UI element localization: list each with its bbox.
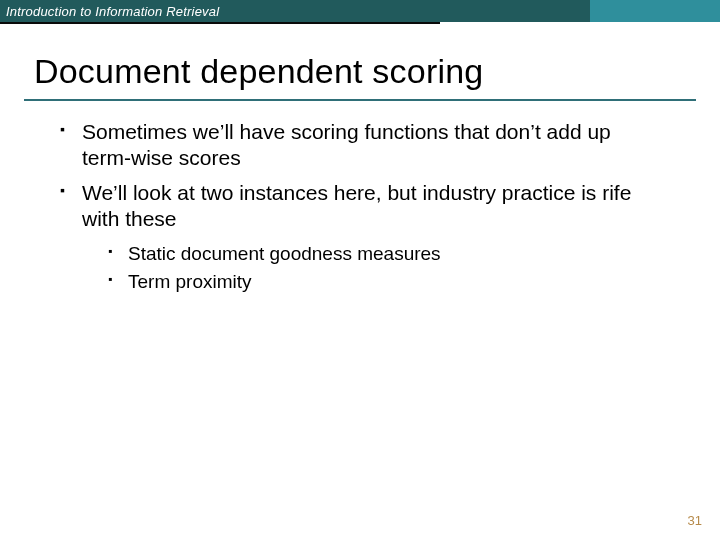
header-bar: Introduction to Information Retrieval xyxy=(0,0,720,22)
sub-bullet-list: Static document goodness measures Term p… xyxy=(108,242,660,294)
sub-bullet-item: Static document goodness measures xyxy=(108,242,660,266)
header-underline xyxy=(0,22,440,24)
page-number: 31 xyxy=(688,513,702,528)
title-rule xyxy=(24,99,696,101)
course-title: Introduction to Information Retrieval xyxy=(0,4,219,19)
slide-title: Document dependent scoring xyxy=(34,52,720,91)
slide: Introduction to Information Retrieval Do… xyxy=(0,0,720,540)
bullet-text: We’ll look at two instances here, but in… xyxy=(82,181,631,230)
bullet-list: Sometimes we’ll have scoring functions t… xyxy=(60,119,660,294)
header-accent xyxy=(590,0,720,22)
slide-content: Sometimes we’ll have scoring functions t… xyxy=(60,119,660,294)
bullet-item: We’ll look at two instances here, but in… xyxy=(60,180,660,294)
sub-bullet-text: Term proximity xyxy=(128,271,252,292)
bullet-text: Sometimes we’ll have scoring functions t… xyxy=(82,120,611,169)
bullet-item: Sometimes we’ll have scoring functions t… xyxy=(60,119,660,172)
sub-bullet-text: Static document goodness measures xyxy=(128,243,441,264)
sub-bullet-item: Term proximity xyxy=(108,270,660,294)
